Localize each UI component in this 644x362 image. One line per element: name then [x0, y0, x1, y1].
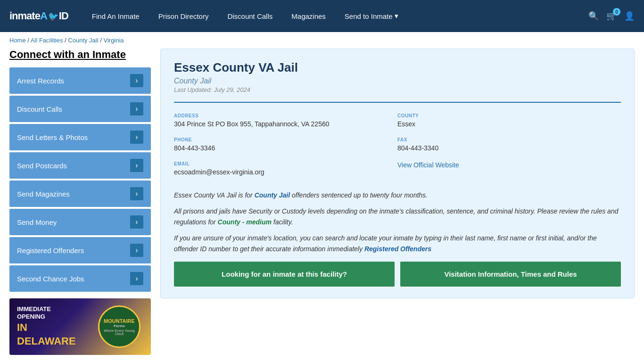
county-jail-link[interactable]: County Jail	[255, 191, 290, 199]
county-block: COUNTY Essex	[397, 109, 621, 133]
description-3: If you are unsure of your inmate's locat…	[174, 233, 621, 254]
site-header: inmateA🐦ID Find An Inmate Prison Directo…	[0, 0, 644, 32]
breadcrumb-all-facilities[interactable]: All Facilities	[31, 37, 63, 44]
sidebar-title: Connect with an Inmate	[9, 49, 151, 61]
sidebar-item-second-chance-jobs[interactable]: Second Chance Jobs ›	[9, 265, 151, 292]
breadcrumb-county-jail[interactable]: County Jail	[68, 37, 98, 44]
cart-badge: 0	[613, 8, 620, 16]
info-grid: ADDRESS 304 Prince St PO Box 955, Tappah…	[174, 102, 621, 181]
fax-value: 804-443-3340	[397, 144, 621, 152]
facility-type: County Jail	[174, 77, 621, 85]
sidebar-arrow-icon: ›	[130, 131, 143, 144]
ad-banner[interactable]: IMMEDIATE OPENING IN DELAWARE Mountaire …	[9, 298, 151, 355]
main-layout: Connect with an Inmate Arrest Records › …	[0, 49, 644, 362]
cta-visitation[interactable]: Visitation Information, Times and Rules	[400, 262, 621, 287]
main-nav: Find An Inmate Prison Directory Discount…	[83, 12, 588, 20]
sidebar-item-send-magazines[interactable]: Send Magazines ›	[9, 181, 151, 207]
county-value: Essex	[397, 120, 621, 128]
user-icon: 👤	[624, 11, 635, 21]
breadcrumb-home[interactable]: Home	[9, 37, 26, 44]
sidebar-item-send-postcards[interactable]: Send Postcards ›	[9, 152, 151, 179]
email-block: EMAIL ecsoadmin@essex-virginia.org	[174, 157, 397, 181]
sidebar-item-send-letters[interactable]: Send Letters & Photos ›	[9, 124, 151, 150]
website-block: View Official Website	[397, 157, 621, 181]
phone-value: 804-443-3346	[174, 144, 397, 152]
nav-prison-directory[interactable]: Prison Directory	[149, 12, 218, 20]
logo[interactable]: inmateA🐦ID	[9, 10, 68, 22]
facility-updated: Last Updated: July 29, 2024	[174, 86, 621, 93]
sidebar-item-arrest-records[interactable]: Arrest Records ›	[9, 67, 151, 94]
sidebar-item-send-money[interactable]: Send Money ›	[9, 209, 151, 235]
user-button[interactable]: 👤	[624, 11, 635, 21]
fax-block: FAX 804-443-3340	[397, 133, 621, 157]
sidebar-arrow-icon: ›	[130, 74, 143, 87]
county-medium-link[interactable]: County - medium	[218, 218, 272, 226]
sidebar-item-registered-offenders[interactable]: Registered Offenders ›	[9, 237, 151, 263]
cta-find-inmate[interactable]: Looking for an inmate at this facility?	[174, 262, 395, 287]
header-icons: 🔍 🛒 0 👤	[588, 11, 635, 21]
sidebar-arrow-icon: ›	[130, 215, 143, 229]
sidebar-menu: Arrest Records › Discount Calls › Send L…	[9, 67, 151, 292]
cta-buttons: Looking for an inmate at this facility? …	[174, 262, 621, 287]
content-area: Essex County VA Jail County Jail Last Up…	[160, 49, 635, 355]
description-1: Essex County VA Jail is for County Jail …	[174, 190, 621, 200]
facility-name: Essex County VA Jail	[174, 60, 621, 75]
sidebar-arrow-icon: ›	[130, 159, 143, 172]
facility-card: Essex County VA Jail County Jail Last Up…	[160, 49, 635, 298]
nav-discount-calls[interactable]: Discount Calls	[218, 12, 282, 20]
description-2: All prisons and jails have Security or C…	[174, 206, 621, 227]
breadcrumb: Home / All Facilities / County Jail / Vi…	[0, 32, 644, 49]
cart-button[interactable]: 🛒 0	[606, 11, 617, 21]
address-value: 304 Prince St PO Box 955, Tappahannock, …	[174, 120, 397, 128]
registered-offenders-link[interactable]: Registered Offenders	[364, 245, 431, 253]
view-website-link[interactable]: View Official Website	[397, 161, 459, 169]
search-button[interactable]: 🔍	[588, 11, 599, 21]
email-value: ecsoadmin@essex-virginia.org	[174, 168, 397, 176]
sidebar: Connect with an Inmate Arrest Records › …	[9, 49, 151, 355]
sidebar-arrow-icon: ›	[130, 244, 143, 257]
sidebar-arrow-icon: ›	[130, 102, 143, 115]
ad-text: IMMEDIATE OPENING IN DELAWARE	[9, 298, 88, 355]
nav-magazines[interactable]: Magazines	[282, 12, 335, 20]
phone-block: PHONE 804-443-3346	[174, 133, 397, 157]
ad-logo: Mountaire Farms Where Every Young Chick	[88, 305, 151, 348]
description-block: Essex County VA Jail is for County Jail …	[174, 190, 621, 254]
sidebar-arrow-icon: ›	[130, 272, 143, 285]
breadcrumb-virginia[interactable]: Virginia	[103, 37, 124, 44]
address-block: ADDRESS 304 Prince St PO Box 955, Tappah…	[174, 109, 397, 133]
search-icon: 🔍	[588, 11, 599, 21]
sidebar-item-discount-calls[interactable]: Discount Calls ›	[9, 96, 151, 122]
nav-find-inmate[interactable]: Find An Inmate	[83, 12, 149, 20]
dropdown-arrow-icon: ▾	[395, 12, 398, 20]
nav-send-to-inmate[interactable]: Send to Inmate ▾	[335, 12, 408, 20]
sidebar-arrow-icon: ›	[130, 187, 143, 200]
